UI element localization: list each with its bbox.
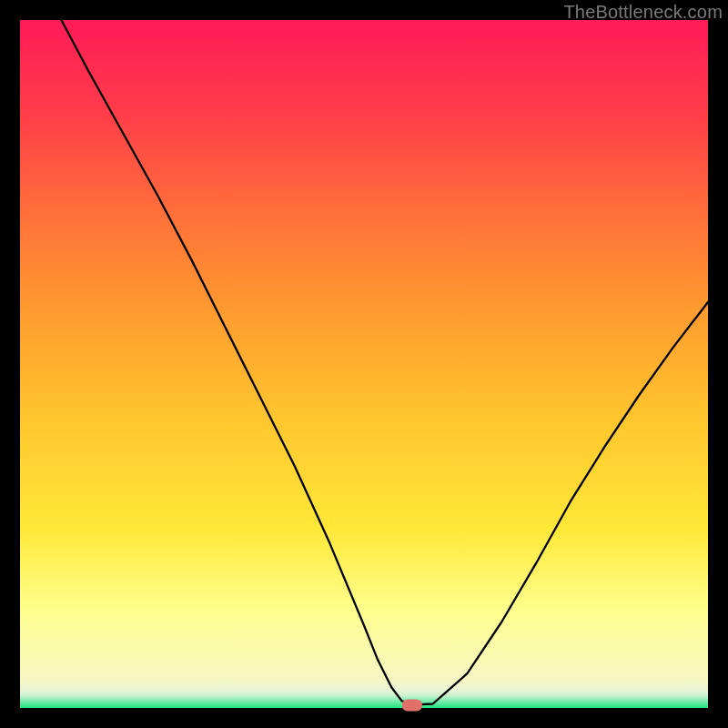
bottleneck-curve: [61, 20, 708, 704]
curve-svg: [20, 20, 708, 708]
optimum-marker: [402, 700, 422, 712]
plot-area: [20, 20, 708, 708]
chart-frame: TheBottleneck.com: [0, 0, 728, 728]
